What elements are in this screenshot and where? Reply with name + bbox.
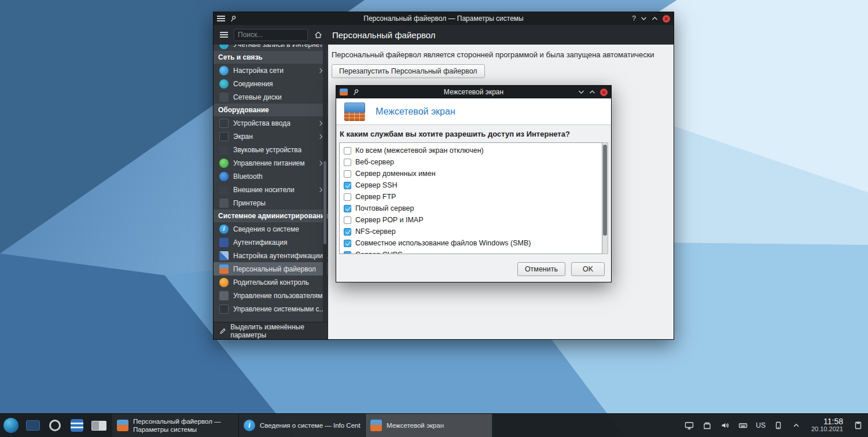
checkbox[interactable] (344, 205, 351, 212)
restart-firewall-button[interactable]: Перезапустить Персональный файервол (332, 64, 485, 78)
services-list: Ко всем (межсетевой экран отключен)Веб-с… (339, 142, 602, 254)
sidebar-item-network-disks[interactable]: Сетевые диски (214, 90, 328, 104)
sidebar-item-removable[interactable]: Внешние носители (214, 183, 328, 196)
sidebar-item-connections[interactable]: Соединения (214, 77, 328, 90)
checkbox[interactable] (344, 159, 351, 166)
taskbar: Персональный файервол —Параметры системы… (0, 413, 868, 437)
settings-titlebar[interactable]: Персональный файервол — Параметры систем… (214, 12, 674, 25)
shade-down-icon[interactable] (578, 90, 584, 94)
sidebar-item-network[interactable]: Настройка сети (214, 64, 328, 77)
sidebar-item-audio[interactable]: Звуковые устройства (214, 143, 328, 156)
chevron-up-icon[interactable] (791, 420, 801, 431)
phone-icon[interactable] (773, 420, 784, 431)
service-row[interactable]: Совместное использование файлов Windows … (340, 237, 602, 249)
service-row[interactable]: Почтовый сервер (340, 203, 602, 214)
ring-widget[interactable] (44, 414, 66, 437)
service-row[interactable]: Веб-сервер (340, 156, 602, 168)
application-launcher-button[interactable] (0, 414, 22, 437)
sidebar-item-label: Соединения (233, 80, 273, 88)
volume-icon[interactable] (720, 420, 730, 431)
sidebar-item-online-accounts[interactable]: Учетные записи в Интернете (214, 45, 328, 51)
keyboard-layout-indicator[interactable]: US (756, 421, 766, 429)
sidebar-item-services[interactable]: Управление системными с... (214, 302, 328, 315)
dialog-titlebar[interactable]: Межсетевой экран (336, 86, 611, 98)
service-row[interactable]: Сервер FTP (340, 191, 602, 203)
service-row[interactable]: Сервер CUPS (340, 249, 602, 254)
printers-icon (219, 199, 229, 208)
taskbar-task[interactable]: Персональный файервол —Параметры системы (112, 414, 239, 437)
checkbox[interactable] (344, 147, 351, 155)
sidebar-section-header: Оборудование (214, 104, 328, 116)
home-button[interactable] (311, 28, 325, 42)
chevron-right-icon (318, 187, 322, 192)
checkbox[interactable] (344, 170, 351, 178)
hamburger-menu-button[interactable] (217, 28, 230, 42)
checkbox[interactable] (344, 251, 351, 255)
sidebar-item-label: Учетные записи в Интернете (233, 45, 326, 49)
virtual-desktop-pager[interactable] (88, 414, 110, 437)
maximize-icon[interactable] (652, 16, 658, 21)
keyboard-icon[interactable] (738, 420, 748, 431)
sidebar-item-label: Родительский контроль (233, 278, 309, 287)
help-button[interactable]: ? (632, 14, 636, 23)
service-row[interactable]: Сервер POP и IMAP (340, 214, 602, 226)
dialog-scrollbar[interactable] (602, 142, 608, 254)
digital-clock[interactable]: 11:58 20.10.2021 (809, 418, 845, 433)
close-button[interactable] (600, 89, 608, 96)
sidebar-item-info[interactable]: iСведения о системе (214, 222, 328, 236)
pin-icon[interactable] (352, 89, 359, 96)
fortress-icon[interactable] (702, 420, 712, 431)
checkbox[interactable] (344, 193, 351, 201)
sidebar-item-printers[interactable]: Принтеры (214, 196, 328, 210)
sidebar-item-label: Настройка аутентификации... (233, 252, 328, 260)
sidebar-item-parental[interactable]: Родительский контроль (214, 276, 328, 289)
sidebar-item-firewall[interactable]: Персональный файервол (214, 262, 328, 276)
cancel-button[interactable]: Отменить (517, 262, 565, 276)
info-icon: i (219, 225, 229, 234)
sidebar-item-input-devices[interactable]: Устройства ввода (214, 116, 328, 130)
sidebar-item-label: Управление питанием (233, 159, 305, 167)
highlight-changed-settings-toggle[interactable]: Выделить изменённые параметры (214, 322, 328, 339)
blue-app-widget[interactable] (66, 414, 88, 437)
display-icon[interactable] (684, 420, 694, 431)
sidebar-item-auth[interactable]: Аутентификация (214, 236, 328, 249)
checkbox[interactable] (344, 228, 351, 236)
ok-button[interactable]: OK (571, 262, 605, 276)
maximize-icon[interactable] (589, 90, 595, 94)
checkbox[interactable] (344, 216, 351, 224)
search-input[interactable] (234, 29, 308, 41)
firewall-app-icon (340, 89, 348, 96)
services-icon (219, 304, 229, 314)
service-row[interactable]: NFS-сервер (340, 226, 602, 237)
pager-icon (91, 421, 106, 431)
sidebar-item-label: Персональный файервол (233, 265, 316, 273)
service-row[interactable]: Сервер доменных имен (340, 168, 602, 179)
menu-icon[interactable] (217, 16, 225, 21)
close-button[interactable] (663, 15, 670, 23)
pin-icon[interactable] (230, 15, 237, 23)
service-label: Сервер CUPS (355, 251, 403, 254)
checkbox[interactable] (344, 182, 351, 189)
sidebar-item-auth-config[interactable]: Настройка аутентификации... (214, 249, 328, 262)
shade-down-icon[interactable] (641, 16, 647, 21)
sidebar-item-power[interactable]: Управление питанием (214, 156, 328, 170)
checkbox[interactable] (344, 240, 351, 247)
sidebar-item-label: Настройка сети (233, 67, 284, 75)
taskbar-task[interactable]: iСведения о системе — Info Center (239, 414, 366, 437)
service-row[interactable]: Сервер SSH (340, 179, 602, 191)
clipboard-icon[interactable] (853, 420, 863, 431)
system-tray: US 11:58 20.10.2021 (684, 418, 868, 433)
chevron-right-icon (318, 160, 322, 165)
sidebar-list: Учетные записи в ИнтернетеСеть и связьНа… (214, 45, 328, 322)
taskbar-task[interactable]: Межсетевой экран (366, 414, 492, 437)
monitor-widget[interactable] (22, 414, 44, 437)
sidebar-scrollbar[interactable] (323, 45, 327, 322)
sidebar-item-bluetooth[interactable]: Bluetooth (214, 170, 328, 183)
sidebar-item-label: Сетевые диски (233, 93, 282, 101)
sidebar-item-label: Управление пользователями (233, 292, 326, 300)
service-row[interactable]: Ко всем (межсетевой экран отключен) (340, 145, 602, 156)
sidebar-item-users[interactable]: Управление пользователями (214, 289, 328, 302)
sidebar-section-header: Системное администрирование (214, 210, 328, 222)
service-label: Сервер SSH (355, 181, 398, 189)
sidebar-item-display[interactable]: Экран (214, 130, 328, 143)
